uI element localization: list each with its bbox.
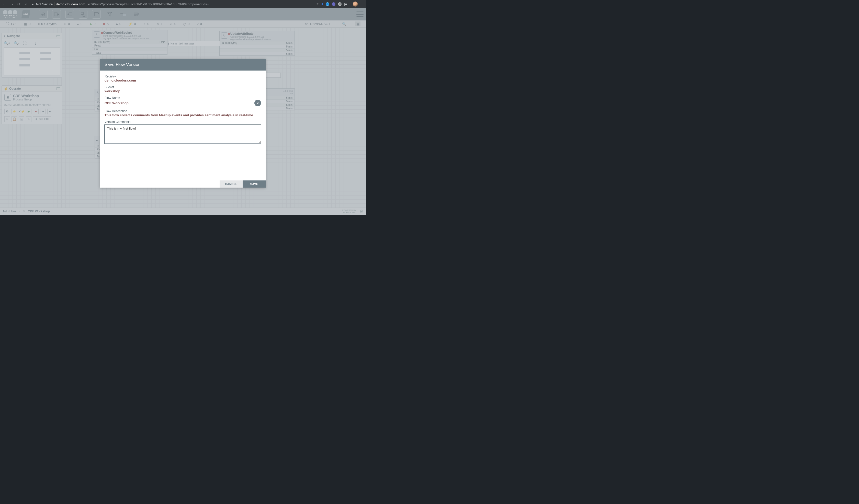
save-flow-version-dialog: Save Flow Version Registry demo.cloudera… [100, 59, 266, 187]
flow-name-label: Flow Name [105, 96, 261, 100]
bucket-label: Bucket [105, 85, 261, 89]
ext-icon[interactable] [326, 2, 329, 6]
ext-icon[interactable] [322, 3, 323, 5]
version-comments-label: Version Comments [105, 120, 261, 124]
back-icon[interactable]: ← [3, 2, 7, 6]
dialog-title: Save Flow Version [100, 59, 266, 71]
star-icon[interactable]: ☆ [316, 2, 319, 6]
reload-icon[interactable]: ⟳ [17, 2, 21, 6]
divider [350, 2, 350, 6]
registry-value: demo.cloudera.com [105, 78, 261, 82]
kebab-icon[interactable]: ⋮ [361, 2, 363, 6]
browser-toolbar: ← → ⟳ ⌂ ▲ Not Secure demo.cloudera.com:9… [0, 0, 366, 8]
flow-name-value: CDF Workshop [105, 101, 129, 105]
flow-description-label: Flow Description [105, 109, 261, 113]
save-button[interactable]: SAVE [243, 181, 266, 187]
insecure-icon: ▲ [31, 2, 34, 6]
ext-icon[interactable] [332, 2, 335, 6]
insecure-label: Not Secure [36, 2, 52, 6]
profile-avatar[interactable] [353, 1, 358, 7]
address-bar[interactable]: ▲ Not Secure demo.cloudera.com:9090/nifi… [31, 2, 209, 6]
registry-label: Registry [105, 75, 261, 78]
version-comments-input[interactable] [105, 125, 261, 144]
version-badge: 2 [254, 100, 261, 106]
divider [54, 2, 55, 6]
flow-description-value: This flow collects comments from Meetup … [105, 113, 261, 117]
url-path: :9090/nifi/?processGroupId=87ccc841-016b… [87, 2, 209, 6]
forward-icon[interactable]: → [10, 2, 14, 6]
home-icon[interactable]: ⌂ [24, 2, 28, 6]
url-host: demo.cloudera.com [56, 2, 85, 6]
ext-icon[interactable]: ▣ [344, 2, 347, 6]
ext-icon[interactable] [338, 2, 342, 6]
bucket-value: workshop [105, 89, 261, 93]
cancel-button[interactable]: CANCEL [220, 181, 243, 187]
